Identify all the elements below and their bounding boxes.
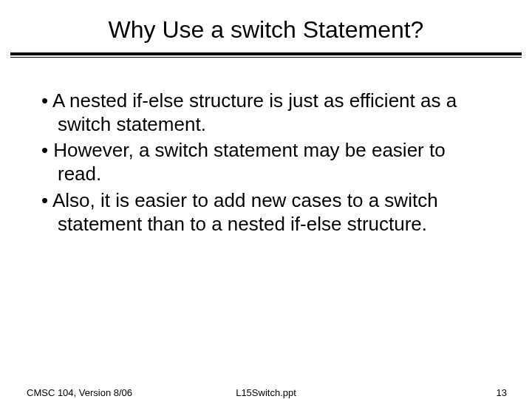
slide-title: Why Use a switch Statement?	[30, 16, 502, 44]
slide-footer: CMSC 104, Version 8/06 L15Switch.ppt 13	[0, 387, 532, 399]
slide: Why Use a switch Statement? A nested if-…	[0, 16, 532, 399]
slide-body: A nested if-else structure is just as ef…	[41, 89, 491, 236]
list-item: A nested if-else structure is just as ef…	[41, 89, 491, 136]
bullet-list: A nested if-else structure is just as ef…	[41, 89, 491, 236]
footer-center: L15Switch.ppt	[0, 387, 532, 398]
title-divider-icon	[10, 52, 522, 55]
list-item: However, a switch statement may be easie…	[41, 139, 491, 185]
list-item: Also, it is easier to add new cases to a…	[41, 189, 491, 236]
footer-right: 13	[497, 387, 507, 398]
